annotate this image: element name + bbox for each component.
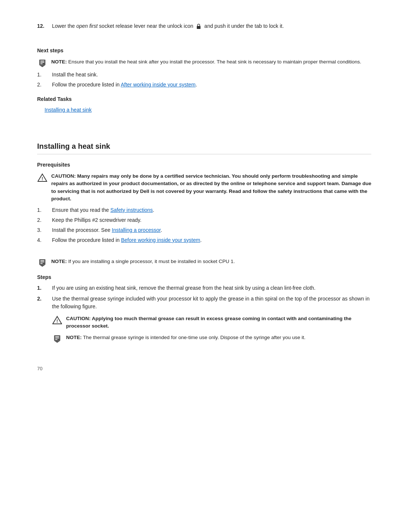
prereq-step-3: 3. Install the processor. See Installing… (37, 226, 371, 234)
prev-step-1: 1. Install the heat sink. (37, 71, 371, 79)
prereq-step-4-before: Follow the procedure listed in (52, 237, 121, 243)
note-3-body: The thermal grease syringe is intended f… (82, 335, 306, 340)
svg-rect-19 (55, 339, 58, 339)
svg-text:!: ! (42, 176, 43, 181)
prereq-step-1-after: . (153, 207, 154, 213)
steps-heading: Steps (37, 273, 371, 281)
note-box-1: NOTE: Ensure that you install the heat s… (37, 58, 371, 67)
svg-rect-4 (40, 62, 45, 63)
prev-step-1-text: Install the heat sink. (52, 71, 371, 79)
page-number: 70 (37, 366, 42, 371)
prereq-step-1-text: Ensure that you read the Safety instruct… (52, 206, 371, 214)
caution-triangle-icon-1: ! (37, 173, 48, 182)
note-2-text: NOTE: If you are installing a single pro… (51, 258, 371, 265)
prereq-step-3-text: Install the processor. See Installing a … (52, 226, 371, 234)
main-step-1-num: 1. (37, 284, 52, 292)
prereq-step-4: 4. Follow the procedure listed in Before… (37, 236, 371, 244)
page-footer: 70 (37, 365, 371, 372)
triangle-warning-icon-2: ! (52, 316, 62, 325)
prereq-step-4-text: Follow the procedure listed in Before wo… (52, 236, 371, 244)
prev-step-2-text-after: . (196, 82, 197, 88)
note-3-text: NOTE: The thermal grease syringe is inte… (66, 334, 371, 341)
main-step-2-text: Use the thermal grease syringe included … (52, 295, 371, 311)
caution-1-body: Many repairs may only be done by a certi… (51, 173, 371, 201)
prereq-step-3-num: 3. (37, 226, 52, 234)
prereq-step-2-num: 2. (37, 216, 52, 224)
related-tasks-heading: Related Tasks (37, 95, 371, 103)
note-1-body: Ensure that you install the heat sink af… (67, 59, 361, 65)
svg-marker-9 (39, 265, 46, 267)
svg-marker-16 (54, 341, 61, 343)
prereq-step-1-before: Ensure that you read the (52, 207, 110, 213)
installing-heat-sink-link[interactable]: Installing a heat sink (45, 107, 92, 113)
caution-1-label: CAUTION: (51, 173, 76, 179)
note-box-2: NOTE: If you are installing a single pro… (37, 258, 371, 267)
caution-box-2: ! CAUTION: Applying too much thermal gre… (52, 315, 371, 330)
step-12-text-end: and push it under the tab to lock it. (204, 23, 284, 29)
step-12-text-after: socket release lever near the unlock ico… (99, 23, 193, 29)
prereq-step-1: 1. Ensure that you read the Safety instr… (37, 206, 371, 214)
prereq-step-2: 2. Keep the Phillips #2 screwdriver read… (37, 216, 371, 224)
caution-1-text: CAUTION: Many repairs may only be done b… (51, 173, 371, 203)
prereq-step-3-after: . (161, 227, 162, 233)
prev-step-1-num: 1. (37, 71, 52, 79)
prereq-step-3-before: Install the processor. See (52, 227, 112, 233)
note-1-text: NOTE: Ensure that you install the heat s… (51, 58, 371, 66)
caution-box-1: ! CAUTION: Many repairs may only be done… (37, 173, 371, 203)
open-first-italic: open first (76, 23, 98, 29)
pencil-icon-1 (38, 59, 46, 67)
prev-step-2-num: 2. (37, 81, 52, 89)
step-12-text: Lower the open first socket release leve… (52, 22, 371, 30)
before-working-link[interactable]: Before working inside your system (121, 237, 200, 243)
caution-2-text: CAUTION: Applying too much thermal greas… (66, 315, 371, 330)
note-3-label: NOTE: (66, 335, 82, 340)
svg-rect-11 (40, 262, 45, 262)
caution-triangle-icon-2: ! (52, 316, 62, 325)
step-12: 12. Lower the open first socket release … (37, 22, 371, 30)
prereq-step-4-after: . (200, 237, 202, 243)
prev-step-2-text: Follow the procedure listed in After wor… (52, 81, 371, 89)
note-1-label: NOTE: (51, 59, 67, 65)
note-2-body: If you are installing a single processor… (67, 259, 235, 264)
caution-2-label: CAUTION: (66, 316, 91, 321)
svg-text:!: ! (56, 319, 58, 324)
prerequisites-heading: Prerequisites (37, 161, 371, 169)
note-pencil-icon-1 (37, 59, 48, 67)
caution-2-body: Applying too much thermal grease can res… (66, 316, 351, 329)
after-working-link[interactable]: After working inside your system (121, 82, 196, 88)
prev-step-2: 2. Follow the procedure listed in After … (37, 81, 371, 89)
prev-step-2-text-before: Follow the procedure listed in (52, 82, 121, 88)
note-pencil-icon-3 (52, 335, 62, 343)
svg-rect-17 (55, 336, 59, 337)
main-step-2-num: 2. (37, 295, 52, 311)
svg-rect-5 (40, 63, 43, 64)
next-steps-heading: Next steps (37, 47, 371, 55)
note-box-3: NOTE: The thermal grease syringe is inte… (52, 334, 371, 343)
pencil-icon-3 (53, 335, 61, 343)
main-section-heading: Installing a heat sink (37, 141, 371, 154)
svg-rect-12 (40, 263, 43, 264)
svg-rect-10 (40, 260, 45, 261)
svg-marker-2 (39, 65, 46, 68)
main-step-1: 1. If you are using an existing heat sin… (37, 284, 371, 292)
lock-icon (196, 23, 202, 29)
note-pencil-icon-2 (37, 259, 48, 267)
prereq-step-1-num: 1. (37, 206, 52, 214)
note-2-label: NOTE: (51, 259, 67, 264)
svg-rect-18 (55, 338, 59, 338)
step-12-number: 12. (37, 22, 52, 30)
triangle-warning-icon-1: ! (38, 173, 47, 182)
prereq-step-2-text: Keep the Phillips #2 screwdriver ready. (52, 216, 371, 224)
pencil-icon-2 (38, 259, 46, 267)
main-step-1-text: If you are using an existing heat sink, … (52, 284, 371, 292)
related-tasks-container: Installing a heat sink (45, 106, 371, 114)
safety-instructions-link[interactable]: Safety instructions (110, 207, 153, 213)
prereq-step-4-num: 4. (37, 236, 52, 244)
installing-processor-link[interactable]: Installing a processor (112, 227, 161, 233)
svg-rect-0 (197, 26, 200, 29)
main-step-2: 2. Use the thermal grease syringe includ… (37, 295, 371, 311)
svg-rect-3 (40, 61, 45, 62)
